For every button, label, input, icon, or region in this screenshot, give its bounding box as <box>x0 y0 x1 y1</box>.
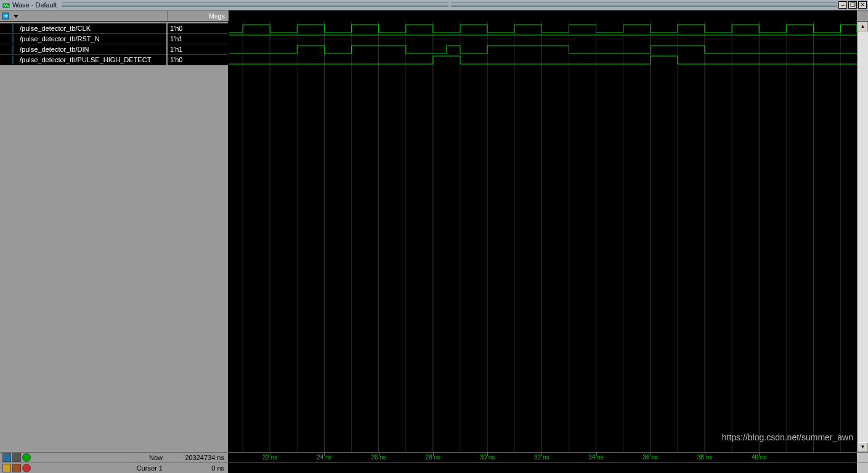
signal-diamond-icon <box>12 35 14 42</box>
cursor-row: Cursor 1 0 ns <box>0 463 868 473</box>
scroll-track[interactable] <box>858 31 868 442</box>
signal-name-column[interactable]: /pulse_detector_tb/CLK/pulse_detector_tb… <box>0 22 168 452</box>
signal-value-column[interactable]: 1'h01'h11'h11'h0 <box>168 22 229 452</box>
footer-icon[interactable] <box>2 464 11 472</box>
app-icon <box>2 1 10 9</box>
window-titlebar: Wave - Default ‒ ❐ ✕ <box>0 0 868 10</box>
signal-diamond-icon <box>12 56 14 63</box>
cursor-value: 0 ns <box>168 463 229 473</box>
footer-icon[interactable] <box>22 453 31 462</box>
signal-row[interactable]: /pulse_detector_tb/CLK <box>0 23 166 34</box>
footer-icon[interactable] <box>12 453 21 462</box>
signal-name-text: /pulse_detector_tb/RST_N <box>20 35 100 42</box>
footer-icon[interactable] <box>2 453 11 462</box>
signal-value-cell: 1'h1 <box>168 44 228 55</box>
time-tick-label: 30 ns <box>480 454 495 461</box>
footer-icon[interactable] <box>22 464 31 472</box>
scroll-up-button[interactable]: ▲ <box>858 22 868 31</box>
time-tick-label: 38 ns <box>697 454 712 461</box>
signal-row[interactable]: /pulse_detector_tb/PULSE_HIGH_DETECT <box>0 55 166 65</box>
time-tick-label: 36 ns <box>643 454 658 461</box>
signal-value-cell: 1'h1 <box>168 34 228 44</box>
waveform-column[interactable]: https://blog.csdn.net/summer_awn <box>229 22 857 452</box>
signal-name-text: /pulse_detector_tb/PULSE_HIGH_DETECT <box>20 56 151 63</box>
time-ruler[interactable]: 22 ns24 ns26 ns28 ns30 ns32 ns34 ns36 ns… <box>229 453 857 463</box>
toolbar-menu-icon[interactable] <box>1 11 11 21</box>
signal-row[interactable]: /pulse_detector_tb/DIN <box>0 44 166 55</box>
now-row: Now 20324734 ns 22 ns24 ns26 ns28 ns30 n… <box>0 452 868 463</box>
title-decoration <box>451 2 837 7</box>
time-tick-label: 22 ns <box>262 454 277 461</box>
scroll-down-button[interactable]: ▼ <box>858 442 868 452</box>
window-title: Wave - Default <box>12 1 57 9</box>
maximize-button[interactable]: ❐ <box>848 1 857 9</box>
time-tick-label: 24 ns <box>317 454 331 461</box>
title-decoration <box>62 2 448 7</box>
footer-icon[interactable] <box>12 464 21 472</box>
footer: Now 20324734 ns 22 ns24 ns26 ns28 ns30 n… <box>0 452 868 473</box>
signal-name-text: /pulse_detector_tb/DIN <box>20 46 89 53</box>
cursor-label: Cursor 1 <box>137 464 163 472</box>
time-tick-label: 26 ns <box>371 454 386 461</box>
time-tick-label: 34 ns <box>588 454 603 461</box>
cursor-ruler[interactable] <box>229 463 857 473</box>
vertical-scrollbar[interactable]: ▲ ▼ <box>857 22 868 452</box>
wave-toolbar: Msgs <box>0 10 868 22</box>
signal-diamond-icon <box>12 25 14 32</box>
signal-name-text: /pulse_detector_tb/CLK <box>20 25 91 32</box>
dropdown-icon[interactable] <box>14 11 18 21</box>
time-tick-label: 28 ns <box>426 454 440 461</box>
msgs-header: Msgs <box>168 10 229 21</box>
main-area: /pulse_detector_tb/CLK/pulse_detector_tb… <box>0 22 868 452</box>
time-tick-label: 40 ns <box>752 454 766 461</box>
now-value: 20324734 ns <box>168 453 229 463</box>
signal-diamond-icon <box>12 46 14 53</box>
close-button[interactable]: ✕ <box>858 1 867 9</box>
time-tick-label: 32 ns <box>534 454 549 461</box>
signal-value-cell: 1'h0 <box>168 55 228 65</box>
signal-value-cell: 1'h0 <box>168 23 228 34</box>
minimize-button[interactable]: ‒ <box>838 1 847 9</box>
wave-header-blank <box>229 10 857 21</box>
now-label: Now <box>149 454 163 461</box>
signal-row[interactable]: /pulse_detector_tb/RST_N <box>0 34 166 44</box>
